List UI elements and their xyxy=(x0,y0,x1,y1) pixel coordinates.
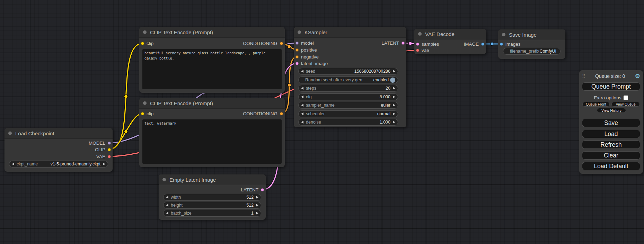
vae-output-slot[interactable] xyxy=(108,155,111,158)
node-ksampler[interactable]: KSampler model positive negative latent_… xyxy=(294,27,406,127)
cfg-widget[interactable]: cfg 8.000 xyxy=(298,93,398,100)
widget-value: 512 xyxy=(246,195,254,200)
width-widget[interactable]: width 512 xyxy=(163,194,261,201)
queue-prompt-button[interactable]: Queue Prompt xyxy=(582,82,640,91)
clip-output-slot[interactable] xyxy=(108,148,111,151)
clip-input-slot[interactable] xyxy=(141,42,144,45)
samples-input-slot[interactable] xyxy=(416,43,419,46)
increment-arrow-icon[interactable] xyxy=(393,87,395,90)
conditioning-output-slot[interactable] xyxy=(280,42,283,45)
increment-arrow-icon[interactable] xyxy=(103,163,105,165)
slot-label: VAE xyxy=(96,154,105,159)
decrement-arrow-icon[interactable] xyxy=(301,96,303,98)
clip-input-slot[interactable] xyxy=(141,112,144,115)
increment-arrow-icon[interactable] xyxy=(256,204,258,207)
node-empty-latent-image[interactable]: Empty Latent Image LATENT width 512 heig… xyxy=(159,174,266,220)
denoise-widget[interactable]: denoise 1.000 xyxy=(298,119,398,126)
height-widget[interactable]: height 512 xyxy=(163,202,261,209)
latent-image-input-slot[interactable] xyxy=(295,62,299,65)
input-slot-row: model xyxy=(295,39,314,46)
load-button[interactable]: Load xyxy=(582,130,640,138)
collapse-dot-icon[interactable] xyxy=(162,178,166,181)
input-slot-row: vae xyxy=(416,47,429,54)
batch-size-widget[interactable]: batch_size 1 xyxy=(163,210,261,217)
negative-input-slot[interactable] xyxy=(295,55,299,58)
vae-input-slot[interactable] xyxy=(416,49,419,52)
decrement-arrow-icon[interactable] xyxy=(301,112,303,115)
collapse-dot-icon[interactable] xyxy=(8,132,12,135)
node-clip-text-encode-positive[interactable]: CLIP Text Encode (Prompt) clip CONDITION… xyxy=(139,27,285,93)
decrement-arrow-icon[interactable] xyxy=(166,212,168,215)
collapse-dot-icon[interactable] xyxy=(143,101,147,105)
refresh-button[interactable]: Refresh xyxy=(582,141,640,149)
widget-name: width xyxy=(171,195,181,200)
node-title-bar: Save Image xyxy=(498,29,565,40)
ckpt-name-widget[interactable]: ckpt_name v1-5-pruned-emaonly.ckpt xyxy=(9,161,108,168)
positive-prompt-textarea[interactable]: beautiful scenery nature glass bottle la… xyxy=(142,49,282,89)
conditioning-output-slot[interactable] xyxy=(280,112,283,115)
decrement-arrow-icon[interactable] xyxy=(12,163,14,165)
collapse-dot-icon[interactable] xyxy=(298,30,301,34)
toggle-circle-icon[interactable] xyxy=(390,78,395,83)
widget-value: enabled xyxy=(373,78,389,82)
node-vae-decode[interactable]: VAE Decode samples vae IMAGE xyxy=(414,29,486,54)
clear-button[interactable]: Clear xyxy=(582,151,640,160)
save-button[interactable]: Save xyxy=(582,119,640,127)
slot-label: LATENT xyxy=(241,187,258,192)
output-slot-row: IMAGE xyxy=(464,40,484,47)
increment-arrow-icon[interactable] xyxy=(256,196,258,199)
collapse-dot-icon[interactable] xyxy=(502,33,505,36)
seed-widget[interactable]: seed 156680208700286 xyxy=(298,68,398,75)
decrement-arrow-icon[interactable] xyxy=(301,87,303,90)
view-history-button[interactable]: View History xyxy=(597,108,626,113)
queue-front-button[interactable]: Queue Front xyxy=(582,102,610,107)
node-load-checkpoint[interactable]: Load Checkpoint MODEL CLIP VAE ckpt_name… xyxy=(5,128,113,172)
latent-output-slot[interactable] xyxy=(261,188,264,191)
decrement-arrow-icon[interactable] xyxy=(166,196,168,199)
node-title-bar: CLIP Text Encode (Prompt) xyxy=(139,98,285,109)
decrement-arrow-icon[interactable] xyxy=(301,104,303,107)
node-clip-text-encode-negative[interactable]: CLIP Text Encode (Prompt) clip CONDITION… xyxy=(139,98,285,167)
view-queue-button[interactable]: View Queue xyxy=(611,102,640,107)
image-output-slot[interactable] xyxy=(481,43,484,46)
negative-prompt-textarea[interactable]: text, watermark xyxy=(142,119,282,164)
random-seed-toggle-widget[interactable]: Random seed after every gen enabled xyxy=(298,76,398,83)
steps-widget[interactable]: steps 20 xyxy=(298,85,398,92)
drag-handle-icon[interactable]: ⠿ xyxy=(582,74,585,79)
input-slot-row: clip xyxy=(141,110,153,117)
increment-arrow-icon[interactable] xyxy=(393,112,395,115)
widget-name: batch_size xyxy=(171,211,192,216)
collapse-dot-icon[interactable] xyxy=(143,30,147,34)
decrement-arrow-icon[interactable] xyxy=(166,204,168,207)
extra-options-checkbox[interactable] xyxy=(624,96,628,100)
model-output-slot[interactable] xyxy=(108,142,111,145)
increment-arrow-icon[interactable] xyxy=(393,104,395,107)
model-input-slot[interactable] xyxy=(295,42,299,45)
images-input-slot[interactable] xyxy=(500,43,503,46)
output-slot-row: LATENT xyxy=(241,186,264,193)
slot-label: CONDITIONING xyxy=(243,111,277,116)
filename-prefix-widget[interactable]: filename_prefix ComfyUI xyxy=(503,48,561,55)
sampler-name-widget[interactable]: sampler_name euler xyxy=(298,102,398,109)
output-slot-row: CONDITIONING xyxy=(243,110,283,117)
increment-arrow-icon[interactable] xyxy=(393,121,395,124)
slot-label: CONDITIONING xyxy=(243,41,277,46)
slot-label: images xyxy=(505,42,521,47)
gear-icon[interactable]: ⚙ xyxy=(635,73,640,79)
node-save-image[interactable]: Save Image images filename_prefix ComfyU… xyxy=(498,29,565,59)
widget-name: filename_prefix xyxy=(510,49,539,54)
increment-arrow-icon[interactable] xyxy=(393,70,395,73)
widget-value: v1-5-pruned-emaonly.ckpt xyxy=(51,162,100,166)
decrement-arrow-icon[interactable] xyxy=(301,121,303,124)
increment-arrow-icon[interactable] xyxy=(393,96,395,98)
slot-label: samples xyxy=(422,42,439,47)
collapse-dot-icon[interactable] xyxy=(418,32,422,36)
positive-input-slot[interactable] xyxy=(295,48,299,52)
latent-output-slot[interactable] xyxy=(402,42,405,45)
comfyui-graph-canvas[interactable]: { "colors": { "model": "#B39DDB", "clip"… xyxy=(0,0,644,244)
scheduler-widget[interactable]: scheduler normal xyxy=(298,110,398,117)
output-slot-row: CLIP xyxy=(95,146,111,153)
increment-arrow-icon[interactable] xyxy=(256,212,258,215)
decrement-arrow-icon[interactable] xyxy=(301,70,303,73)
load-default-button[interactable]: Load Default xyxy=(582,162,640,170)
